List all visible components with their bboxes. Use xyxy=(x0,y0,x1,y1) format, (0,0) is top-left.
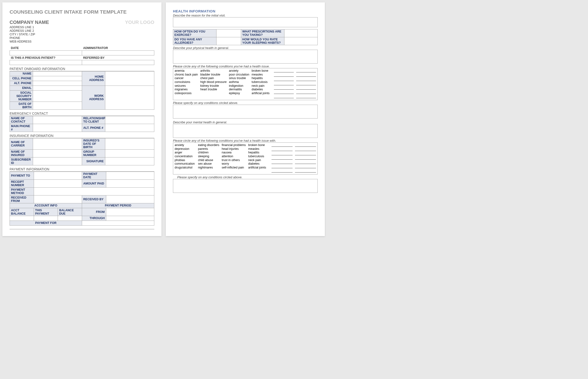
label-cell: CELL PHONE xyxy=(10,76,33,81)
label-acct-info: ACCOUNT INFO xyxy=(10,203,82,208)
label-carrier: NAME OF CARRIER xyxy=(10,138,33,149)
input-sleep[interactable] xyxy=(285,37,318,45)
prompt-circle-mental: Please circle any of the following condi… xyxy=(173,139,318,142)
phys-cond-col1: anemiachronic back paincancerconvulsions… xyxy=(175,69,198,99)
ment-cond-fill1[interactable] xyxy=(271,143,293,174)
label-ssn: SOCIAL SECURITY NUMBER xyxy=(10,90,33,102)
input-amount-paid[interactable] xyxy=(106,179,154,187)
input-through[interactable] xyxy=(106,216,154,221)
label-insured-dob: INSURED'S DATE OF BIRTH xyxy=(82,138,105,149)
page-2: HEALTH INFORMATION Describe the reason f… xyxy=(166,2,325,236)
label-prescriptions: WHAT PRESCIRTIONS ARE YOU TAKING? xyxy=(241,29,284,37)
health-questions-table: HOW OFTEN DO YOU EXERCISE?WHAT PRESCIRTI… xyxy=(173,29,318,45)
section-emergency: EMERGENCY CONTACT xyxy=(10,111,154,116)
input-dob[interactable] xyxy=(33,102,82,110)
input-this-payment[interactable] xyxy=(34,216,58,221)
input-date[interactable] xyxy=(10,50,82,55)
input-group-num[interactable] xyxy=(105,149,154,157)
input-specify-mental[interactable] xyxy=(173,179,318,193)
label-name: NAME xyxy=(10,71,33,76)
input-insured[interactable] xyxy=(33,149,82,157)
input-payment-for[interactable] xyxy=(82,221,154,225)
input-email[interactable] xyxy=(33,86,82,90)
label-main-phone: MAIN PHONE # xyxy=(10,124,33,132)
input-initial-visit[interactable] xyxy=(173,17,318,27)
input-payment-date[interactable] xyxy=(106,172,154,179)
input-referred[interactable] xyxy=(82,60,154,65)
input-alt-phone[interactable] xyxy=(105,124,154,132)
input-specify-phys[interactable] xyxy=(173,105,318,119)
label-group-num: GROUP NUMBER xyxy=(82,149,105,157)
input-sub-id[interactable] xyxy=(33,157,82,165)
input-mental-health[interactable] xyxy=(173,124,318,138)
emergency-table: NAME OF CONTACTRELATIONSHIP TO CLIENT MA… xyxy=(10,116,154,132)
doc-title: COUNSELING CLIENT INTAKE FORM TEMPLATE xyxy=(10,9,154,15)
ment-cond-col4: broken bonemeasleshepatitistuberculosisn… xyxy=(248,143,269,174)
input-received-from[interactable] xyxy=(34,195,82,203)
logo-placeholder: YOUR LOGO xyxy=(125,20,154,25)
input-home-addr[interactable] xyxy=(105,71,154,86)
phys-cond-col4: broken bonemeasleshepatitistuberculosisn… xyxy=(252,69,271,99)
top-info-table: DATEADMINISTRATOR IS THIS A PREVIOUS PAT… xyxy=(10,46,154,65)
input-allergies[interactable] xyxy=(217,37,241,45)
prompt-initial-visit: Describe the reason for the initial visi… xyxy=(173,14,318,17)
input-alt[interactable] xyxy=(33,81,82,86)
label-prev-patient: IS THIS A PREVIOUS PATIENT? xyxy=(10,55,82,60)
prompt-phys-health: Describe your physical health in general… xyxy=(173,46,318,50)
input-ssn[interactable] xyxy=(33,90,82,102)
label-received-from: RECEIVED FROM xyxy=(10,195,34,203)
input-phys-health[interactable] xyxy=(173,50,318,63)
input-relationship[interactable] xyxy=(105,116,154,124)
company-phone: PHONE xyxy=(10,36,154,40)
label-payment-period: PAYMENT PERIOD xyxy=(82,203,154,208)
input-received-by[interactable] xyxy=(106,195,154,203)
label-amount-paid: AMOUNT PAID xyxy=(82,179,106,187)
ment-cond-col1: anxietydepressionangerconcentrationphobi… xyxy=(175,143,196,174)
input-from[interactable] xyxy=(106,208,154,216)
insurance-table: NAME OF CARRIERINSURED'S DATE OF BIRTH N… xyxy=(10,138,154,165)
label-relationship: RELATIONSHIP TO CLIENT xyxy=(82,116,105,124)
input-insured-dob[interactable] xyxy=(105,138,154,149)
input-exercise[interactable] xyxy=(217,29,241,37)
section-health: HEALTH INFORMATION xyxy=(173,9,318,13)
label-work-addr: WORK ADDRESS xyxy=(82,86,105,110)
label-payment-to: PAYMENT TO xyxy=(10,172,34,179)
input-balance-due[interactable] xyxy=(58,216,82,221)
label-balance-due: BALANCE DUE xyxy=(58,208,82,216)
input-name[interactable] xyxy=(33,71,82,76)
mental-conditions-box: anxietydepressionangerconcentrationphobi… xyxy=(173,142,318,174)
input-prev-patient[interactable] xyxy=(10,60,82,65)
input-prescriptions[interactable] xyxy=(285,29,318,37)
company-name: COMPANY NAME xyxy=(10,20,49,25)
input-carrier[interactable] xyxy=(33,138,82,149)
phys-cond-fill2[interactable] xyxy=(296,69,316,99)
input-work-addr[interactable] xyxy=(105,86,154,110)
label-home-addr: HOME ADDRESS xyxy=(82,71,105,86)
phys-cond-col3: anxietypoor circulationsinus troubleasth… xyxy=(229,69,249,99)
company-header: COMPANY NAME YOUR LOGO xyxy=(10,20,154,25)
input-signature[interactable] xyxy=(105,157,154,165)
label-alt: ALT. PHONE xyxy=(10,81,33,86)
label-alt-phone: ALT. PHONE # xyxy=(82,124,105,132)
prompt-specify-phys: Please specify on any conditions circled… xyxy=(173,101,318,105)
input-acct-balance[interactable] xyxy=(10,216,34,221)
input-receipt-num[interactable] xyxy=(34,179,82,187)
label-insured: NAME OF INSURED xyxy=(10,149,33,157)
label-payment-method: PAYMENT METHOD xyxy=(10,187,34,195)
input-main-phone[interactable] xyxy=(33,124,82,132)
phys-conditions-box: anemiachronic back paincancerconvulsions… xyxy=(173,68,318,100)
label-acct-balance: ACCT BALANCE xyxy=(10,208,34,216)
label-allergies: DO YOU HAVE ANY ALLERGIES? xyxy=(173,37,217,45)
label-through: THROUGH xyxy=(82,216,106,221)
label-payment-for: PAYMENT FOR xyxy=(10,221,82,225)
input-payment-method[interactable] xyxy=(34,187,154,195)
input-admin[interactable] xyxy=(82,50,154,55)
input-payment-to[interactable] xyxy=(34,172,82,179)
label-signature: SIGNATURE xyxy=(82,157,105,165)
ment-cond-fill2[interactable] xyxy=(295,143,316,174)
input-name-contact[interactable] xyxy=(33,116,82,124)
label-exercise: HOW OFTEN DO YOU EXERCISE? xyxy=(173,29,217,37)
phys-cond-fill1[interactable] xyxy=(274,69,294,99)
prompt-specify-mental: Please specify on any conditions circled… xyxy=(173,175,318,179)
input-cell[interactable] xyxy=(33,76,82,81)
